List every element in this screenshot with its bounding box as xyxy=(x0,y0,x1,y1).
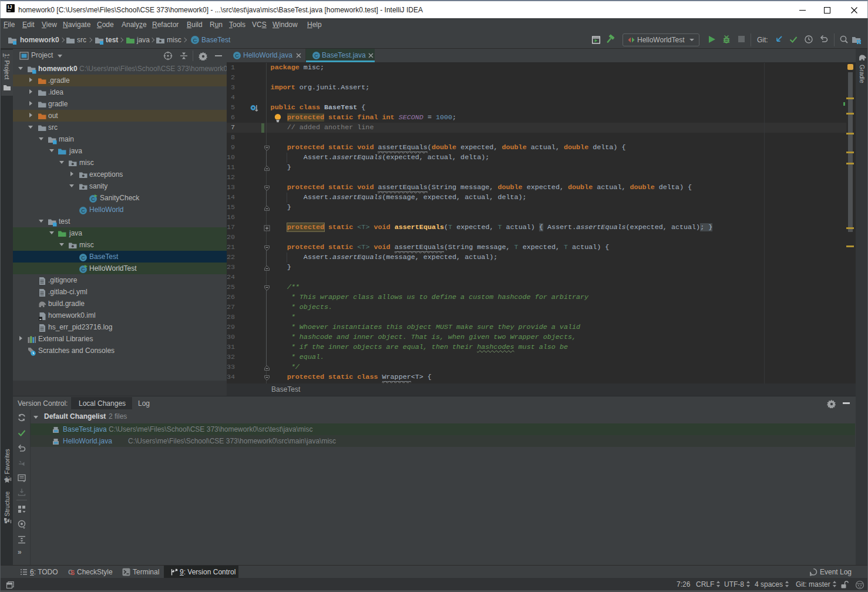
svg-text:C: C xyxy=(81,208,85,214)
svg-text:C: C xyxy=(81,255,85,261)
svg-text:C: C xyxy=(193,37,197,43)
svg-text:C: C xyxy=(235,53,239,59)
svg-text:C: C xyxy=(314,53,318,59)
svg-text:S: S xyxy=(70,569,75,576)
